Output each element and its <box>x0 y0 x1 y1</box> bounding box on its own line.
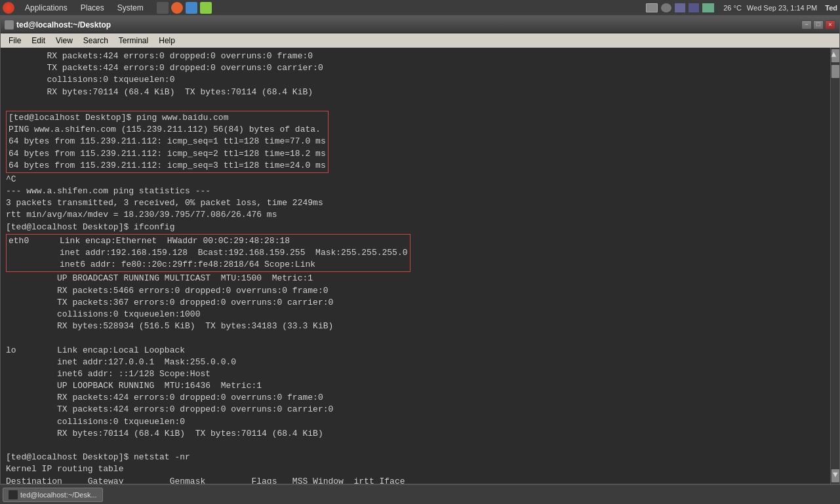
bottom-taskbar: ted@localhost:~/Desk... <box>0 484 840 504</box>
taskbar-right: 26 °C Wed Sep 23, 1:14 PM Ted <box>646 3 837 12</box>
lo-line4: UP LOOPBACK RUNNING MTU:16436 Metric:1 <box>6 380 824 392</box>
ping-block: [ted@localhost Desktop]$ ping www.baidu.… <box>6 111 329 173</box>
taskbar-places[interactable]: Places <box>78 2 107 14</box>
tray-icon-3 <box>675 3 685 12</box>
lo-line3: inet6 addr: ::1/128 Scope:Host <box>6 368 824 380</box>
terminal-taskbar-icon <box>9 490 18 499</box>
ping-stats-header: --- www.a.shifen.com ping statistics --- <box>6 185 824 197</box>
title-bar: ted@localhost:~/Desktop − □ ✕ <box>1 16 839 33</box>
ping-info: PING www.a.shifen.com (115.239.211.112) … <box>9 124 326 136</box>
line-2: TX packets:424 errors:0 dropped:0 overru… <box>6 62 824 74</box>
window-title: ted@localhost:~/Desktop <box>16 20 111 29</box>
taskbar-terminal-item[interactable]: ted@localhost:~/Desk... <box>3 488 103 502</box>
taskbar-terminal-label: ted@localhost:~/Desk... <box>20 491 97 499</box>
eth0-block: eth0 Link encap:Ethernet HWaddr 00:0C:29… <box>6 234 410 273</box>
eth0-line4: UP BROADCAST RUNNING MULTICAST MTU:1500 … <box>6 273 824 284</box>
line-4: RX bytes:70114 (68.4 KiB) TX bytes:70114… <box>6 87 824 98</box>
ping-stats-2: rtt min/avg/max/mdev = 18.230/39.795/77.… <box>6 209 824 221</box>
lo-line6: TX packets:424 errors:0 dropped:0 overru… <box>6 404 824 416</box>
title-bar-controls: − □ ✕ <box>801 20 835 29</box>
lo-line2: inet addr:127.0.0.1 Mask:255.0.0.0 <box>6 357 824 368</box>
taskbar-icon-2 <box>171 2 183 14</box>
menu-bar: File Edit View Search Terminal Help <box>1 33 839 48</box>
line-5 <box>6 98 824 110</box>
tray-icon-2 <box>661 3 671 12</box>
temperature: 26 °C <box>723 4 742 12</box>
taskbar-icon-4 <box>200 2 212 14</box>
eth0-line1: eth0 Link encap:Ethernet HWaddr 00:0C:29… <box>9 235 408 247</box>
terminal-window: ted@localhost:~/Desktop − □ ✕ File Edit … <box>0 16 840 484</box>
menu-terminal[interactable]: Terminal <box>113 35 153 47</box>
eth0-line2: inet addr:192.168.159.128 Bcast:192.168.… <box>9 247 408 259</box>
minimize-button[interactable]: − <box>801 20 812 29</box>
taskbar-icon-1 <box>157 2 169 14</box>
eth0-line7: collisions:0 txqueuelen:1000 <box>6 309 824 320</box>
username: Ted <box>825 4 837 12</box>
netstat-header1: Kernel IP routing table <box>6 463 824 475</box>
menu-edit[interactable]: Edit <box>26 35 50 47</box>
scrollbar-up-arrow[interactable]: ▲ <box>831 49 839 62</box>
terminal-output: RX packets:424 errors:0 dropped:0 overru… <box>6 50 834 484</box>
netstat-cmd: [ted@localhost Desktop]$ netstat -nr <box>6 452 824 463</box>
eth0-line6: TX packets:367 errors:0 dropped:0 overru… <box>6 297 824 309</box>
ping-stats-1: 3 packets transmitted, 3 received, 0% pa… <box>6 197 824 209</box>
distro-icon <box>3 2 14 14</box>
netstat-header2: Destination Gateway Genmask Flags MSS Wi… <box>6 476 824 484</box>
eth0-line5: RX packets:5466 errors:0 dropped:0 overr… <box>6 285 824 297</box>
lo-line5: RX packets:424 errors:0 dropped:0 overru… <box>6 392 824 404</box>
line-1: RX packets:424 errors:0 dropped:0 overru… <box>6 50 824 62</box>
taskbar-left: Applications Places System <box>3 2 646 14</box>
scrollbar-down-arrow[interactable]: ▼ <box>831 469 839 482</box>
eth0-line8: RX bytes:528934 (516.5 KiB) TX bytes:341… <box>6 320 824 332</box>
menu-help[interactable]: Help <box>153 35 180 47</box>
taskbar-system[interactable]: System <box>115 2 146 14</box>
maximize-button[interactable]: □ <box>813 20 824 29</box>
ping-interrupt: ^C <box>6 174 824 185</box>
title-bar-left: ted@localhost:~/Desktop <box>5 20 111 29</box>
ifconfig-cmd: [ted@localhost Desktop]$ ifconfig <box>6 222 824 233</box>
line-3: collisions:0 txqueuelen:0 <box>6 74 824 86</box>
scrollbar-thumb[interactable] <box>831 65 839 78</box>
terminal-icon <box>5 20 14 29</box>
taskbar-applications[interactable]: Applications <box>22 2 70 14</box>
ping-reply-2: 64 bytes from 115.239.211.112: icmp_seq=… <box>9 148 326 160</box>
top-taskbar: Applications Places System 26 °C Wed Sep… <box>0 0 840 16</box>
terminal-content[interactable]: RX packets:424 errors:0 dropped:0 overru… <box>1 48 839 484</box>
menu-file[interactable]: File <box>3 35 26 47</box>
scrollbar[interactable]: ▲ ▼ <box>830 48 839 484</box>
tray-icon-4 <box>689 3 699 12</box>
ping-reply-3: 64 bytes from 115.239.211.112: icmp_seq=… <box>9 160 326 172</box>
datetime: Wed Sep 23, 1:14 PM <box>747 4 817 12</box>
menu-search[interactable]: Search <box>78 35 113 47</box>
tray-icon-5 <box>702 3 714 12</box>
lo-blank <box>6 440 824 452</box>
eth0-line3: inet6 addr: fe80::20c:29ff:fe48:2818/64 … <box>9 259 408 271</box>
taskbar-icon-3 <box>186 2 197 14</box>
lo-line7: collisions:0 txqueuelen:0 <box>6 416 824 428</box>
lo-line8: RX bytes:70114 (68.4 KiB) TX bytes:70114… <box>6 428 824 440</box>
tray-icon-1 <box>646 3 658 12</box>
eth0-blank <box>6 332 824 344</box>
menu-view[interactable]: View <box>50 35 78 47</box>
close-button[interactable]: ✕ <box>825 20 835 29</box>
ping-reply-1: 64 bytes from 115.239.211.112: icmp_seq=… <box>9 136 326 147</box>
ping-cmd: [ted@localhost Desktop]$ ping www.baidu.… <box>9 112 326 124</box>
lo-line1: lo Link encap:Local Loopback <box>6 345 824 357</box>
